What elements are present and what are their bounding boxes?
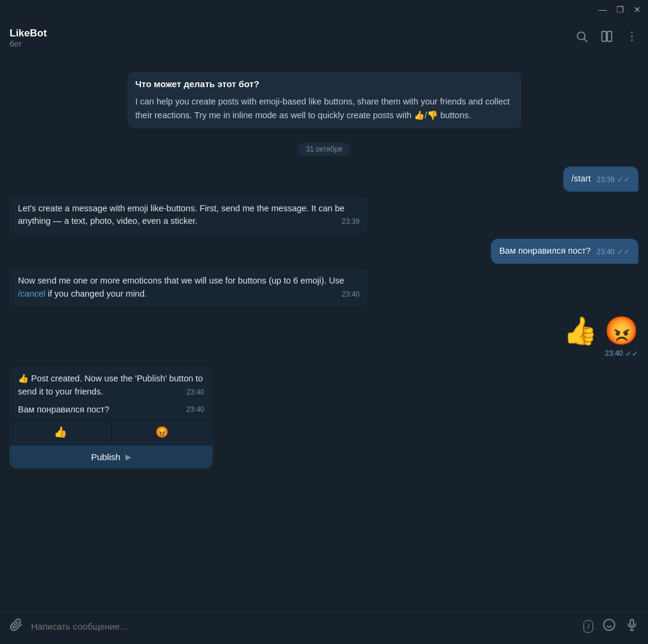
- publish-label: Publish: [91, 452, 120, 462]
- card-meta: 23:40: [186, 387, 204, 398]
- message-reply2: Now send me one or more emoticons that w…: [0, 267, 648, 308]
- more-icon[interactable]: [625, 30, 638, 46]
- emoji-meta: 23:40 ✓✓: [605, 349, 638, 359]
- publish-button[interactable]: Publish ▶: [10, 445, 213, 469]
- command-icon[interactable]: /: [583, 620, 593, 633]
- question-meta: 23:40 ✓✓: [597, 246, 630, 258]
- message-emoji: 👍 😡 23:40 ✓✓: [0, 310, 648, 363]
- bot-intro-title: Что может делать этот бот?: [136, 78, 513, 91]
- bot-intro-bubble: Что может делать этот бот? I can help yo…: [127, 72, 521, 128]
- bot-type: бот: [10, 39, 575, 48]
- question-time: 23:40: [597, 246, 615, 257]
- bubble-question: Вам понравился пост? 23:40 ✓✓: [491, 239, 638, 264]
- angry-button[interactable]: 😡: [112, 420, 213, 445]
- svg-point-4: [631, 32, 633, 33]
- microphone-icon[interactable]: [625, 618, 638, 634]
- reply2-meta: 23:40: [342, 289, 360, 300]
- bubble-reply1: Let's create a message with emoji like-b…: [10, 196, 368, 235]
- svg-line-1: [584, 39, 587, 42]
- cancel-link[interactable]: /cancel: [18, 289, 45, 298]
- question-text: Вам понравился пост?: [499, 246, 591, 255]
- reply2-text: Now send me one or more emoticons that w…: [18, 276, 344, 285]
- bubble-emoji: 👍 😡 23:40 ✓✓: [563, 311, 638, 362]
- card-sub-row: Вам понравился пост? 23:40: [10, 401, 213, 419]
- start-text: /start: [572, 174, 591, 183]
- publish-arrow-icon: ▶: [125, 452, 131, 461]
- attach-icon[interactable]: [10, 618, 23, 634]
- titlebar: — ❐ ✕: [0, 0, 648, 19]
- bot-name: LikeBot: [10, 27, 575, 39]
- bubble-start: /start 23:39 ✓✓: [563, 167, 638, 192]
- start-ticks: ✓✓: [617, 174, 630, 186]
- emoji-thumbs: 👍: [563, 315, 597, 346]
- reply1-time: 23:39: [342, 216, 360, 227]
- emoji-time: 23:40: [605, 349, 623, 358]
- message-question: Вам понравился пост? 23:40 ✓✓: [0, 238, 648, 265]
- card-text: 👍 Post created. Now use the 'Publish' bu…: [10, 366, 213, 401]
- bot-intro-body: I can help you create posts with emoji-b…: [136, 95, 513, 122]
- reply1-text: Let's create a message with emoji like-b…: [18, 204, 345, 226]
- bot-card: 👍 Post created. Now use the 'Publish' bu…: [10, 366, 213, 469]
- input-right-icons: /: [583, 618, 638, 634]
- emoji-picker-icon[interactable]: [603, 618, 616, 634]
- date-separator: 31 октября: [0, 143, 648, 156]
- bubble-reply2: Now send me one or more emoticons that w…: [10, 269, 368, 307]
- chat-area: Что может делать этот бот? I can help yo…: [0, 57, 648, 608]
- start-time: 23:39: [597, 174, 615, 185]
- start-meta: 23:39 ✓✓: [597, 174, 630, 186]
- bot-intro-wrapper: Что может делать этот бот? I can help yo…: [0, 67, 648, 133]
- question-ticks: ✓✓: [617, 246, 630, 258]
- reply2-time: 23:40: [342, 289, 360, 300]
- message-start: /start 23:39 ✓✓: [0, 165, 648, 193]
- svg-rect-2: [602, 32, 606, 42]
- thumbs-up-button[interactable]: 👍: [10, 420, 112, 445]
- svg-point-7: [604, 620, 615, 630]
- emoji-ticks: ✓✓: [625, 349, 638, 359]
- svg-point-5: [631, 36, 633, 38]
- reply2-text-after: if you changed your mind.: [45, 289, 147, 298]
- card-sub-text: Вам понравился пост?: [18, 405, 109, 414]
- svg-point-6: [631, 39, 633, 41]
- svg-rect-3: [607, 32, 612, 42]
- maximize-button[interactable]: ❐: [616, 5, 624, 14]
- panel-icon[interactable]: [600, 30, 613, 46]
- minimize-button[interactable]: —: [598, 5, 607, 14]
- bot-info: LikeBot бот: [10, 27, 575, 48]
- message-card-wrapper: 👍 Post created. Now use the 'Publish' bu…: [0, 365, 648, 472]
- card-sub-time: 23:40: [186, 405, 204, 414]
- search-icon[interactable]: [575, 30, 588, 46]
- message-input[interactable]: [31, 621, 575, 631]
- header-actions: [575, 30, 638, 46]
- svg-rect-10: [630, 620, 634, 626]
- emoji-angry: 😡: [604, 315, 638, 346]
- card-time: 23:40: [186, 387, 204, 398]
- reply1-meta: 23:39: [342, 216, 360, 227]
- chat-header: LikeBot бот: [0, 19, 648, 57]
- message-reply1: Let's create a message with emoji like-b…: [0, 195, 648, 236]
- input-bar: /: [0, 608, 648, 644]
- inline-buttons: 👍 😡: [10, 419, 213, 445]
- close-button[interactable]: ✕: [634, 5, 641, 14]
